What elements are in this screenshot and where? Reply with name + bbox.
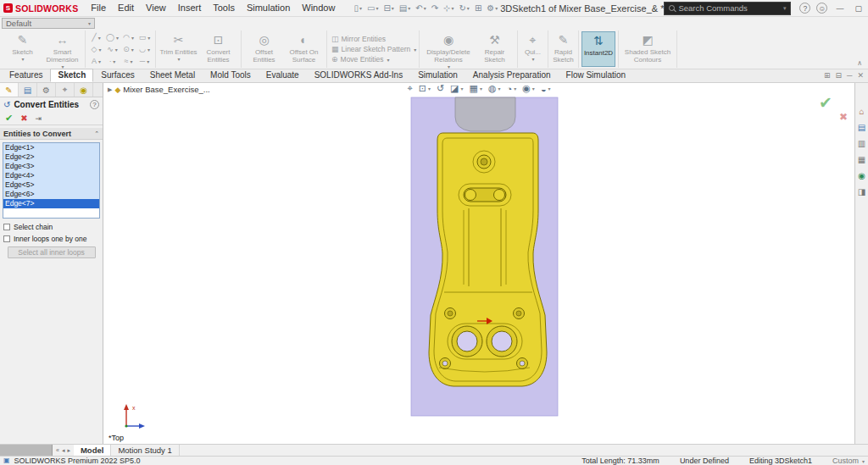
shaded-sketch-contours-button[interactable]: ◩Shaded Sketch Contours — [621, 31, 674, 67]
close-pane-icon[interactable]: ✕ — [857, 71, 864, 80]
slot-hole-left[interactable] — [465, 190, 476, 201]
spline-button[interactable]: ∿▾ — [104, 43, 120, 55]
configuration-dropdown[interactable]: Default ▾ — [2, 18, 95, 29]
new-document-button[interactable]: ▯▾ — [351, 3, 364, 13]
tab-analysis-preparation[interactable]: Analysis Preparation — [465, 69, 559, 82]
minimize-window-button[interactable]: — — [833, 4, 846, 13]
solidworks-resources-button[interactable]: ⌂ — [859, 107, 864, 116]
entity-list-item[interactable]: Edge<1> — [3, 143, 99, 152]
move-entities-button[interactable]: ⊕Move Entities▾ — [330, 55, 416, 64]
select-chain-checkbox[interactable] — [3, 224, 10, 230]
confirm-ok-button[interactable]: ✔ — [819, 93, 832, 113]
scroll-tabs-left-icon[interactable]: ◂ — [62, 447, 65, 454]
menu-view[interactable]: View — [140, 0, 172, 16]
bottom-hole-left-inner[interactable] — [442, 361, 448, 366]
offset-on-surface-button[interactable]: ◐Offset On Surface — [284, 31, 324, 67]
entity-list-item[interactable]: Edge<2> — [3, 152, 99, 162]
zoom-to-fit-button[interactable]: ⌖ — [407, 83, 412, 94]
tab-solidworks-add-ins[interactable]: SOLIDWORKS Add-Ins — [307, 69, 410, 82]
menu-tools[interactable]: Tools — [207, 0, 241, 16]
tab-sheet-metal[interactable]: Sheet Metal — [142, 69, 203, 82]
restore-window-button[interactable]: ▢ — [852, 4, 865, 13]
mid-hole-left-inner[interactable] — [448, 311, 453, 316]
edit-appearance-button[interactable]: ◉▾ — [522, 83, 535, 94]
large-hole-right[interactable] — [492, 331, 512, 352]
linear-sketch-pattern-button[interactable]: ▦Linear Sketch Pattern▾ — [330, 45, 416, 53]
entity-list-item[interactable]: Edge<7> — [3, 199, 99, 208]
view-palette-button[interactable]: ▦ — [858, 155, 865, 164]
tab-motion-study-1[interactable]: Motion Study 1 — [111, 445, 179, 456]
menu-edit[interactable]: Edit — [112, 0, 140, 16]
entity-list-item[interactable]: Edge<3> — [3, 162, 99, 171]
entity-list-item[interactable]: Edge<4> — [3, 171, 99, 180]
search-caret-icon[interactable]: ▾ — [783, 5, 787, 12]
slot-hole-right[interactable] — [494, 190, 505, 201]
display-style-button[interactable]: ◍▾ — [488, 83, 501, 94]
expand-pane-icon[interactable]: ⊞ — [824, 71, 831, 80]
search-commands-box[interactable]: Search Commands ▾ — [664, 2, 791, 15]
rapid-sketch-button[interactable]: ✎Rapid Sketch — [551, 31, 576, 67]
centerline-button[interactable]: ≈▾ — [120, 55, 136, 67]
top-hole-inner[interactable] — [481, 158, 487, 165]
menu-window[interactable]: Window — [296, 0, 341, 16]
zoom-to-area-button[interactable]: ⊡▾ — [419, 83, 431, 94]
construction-geometry-button[interactable]: ─▾ — [136, 55, 153, 67]
ribbon-collapse-icon[interactable]: ∧ — [857, 59, 862, 67]
breadcrumb-caret-icon[interactable]: ▶ — [108, 86, 112, 93]
hide-show-items-button[interactable]: ◔▾ — [507, 84, 517, 94]
pin-icon[interactable]: ⇥ — [36, 114, 42, 123]
user-account-icon[interactable]: ☺ — [816, 3, 827, 14]
collapse-pane-icon[interactable]: ⊟ — [836, 71, 843, 80]
confirm-cancel-button[interactable]: ✖ — [839, 111, 848, 123]
line-button[interactable]: ╱▾ — [88, 31, 104, 43]
bottom-hole-right-inner[interactable] — [520, 361, 525, 366]
corner-rectangle-button[interactable]: ▭▾ — [136, 31, 153, 43]
arc-button[interactable]: ◠▾ — [120, 31, 136, 43]
horizontal-splitter[interactable] — [0, 445, 53, 456]
design-library-button[interactable]: ▤ — [858, 123, 865, 132]
section-view-button[interactable]: ◪▾ — [450, 83, 463, 94]
menu-insert[interactable]: Insert — [172, 0, 208, 16]
graphics-area[interactable] — [103, 83, 854, 444]
repair-sketch-button[interactable]: ⚒Repair Sketch — [475, 31, 515, 67]
mixer-column[interactable] — [455, 97, 515, 131]
instant2d-button[interactable]: ⇅Instant2D — [581, 31, 615, 67]
rebuild-button[interactable]: ↻▾ — [456, 3, 471, 13]
point-button[interactable]: ∙▾ — [104, 55, 120, 67]
tab-flow-simulation[interactable]: Flow Simulation — [559, 69, 634, 82]
convert-entities-button[interactable]: ⊡Convert Entities — [198, 31, 238, 67]
offset-entities-button[interactable]: ◎Offset Entities — [244, 31, 284, 67]
scroll-tabs-start-icon[interactable]: « — [56, 447, 59, 453]
entities-listbox[interactable]: Edge<1>Edge<2>Edge<3>Edge<4>Edge<5>Edge<… — [3, 142, 100, 219]
graphics-viewport[interactable]: ▶ ◆ Mixer Base_Exercise_... ⌖⊡▾↺◪▾▦▾◍▾◔▾… — [103, 83, 854, 444]
large-hole-left[interactable] — [457, 331, 477, 352]
custom-properties-button[interactable]: ◨ — [858, 187, 865, 197]
entity-list-item[interactable]: Edge<6> — [3, 190, 99, 199]
propertymanager-tab[interactable]: ▤ — [19, 83, 37, 97]
ok-button[interactable]: ✔ — [5, 113, 13, 124]
circle-button[interactable]: ◯▾ — [104, 31, 120, 43]
mid-hole-right-inner[interactable] — [516, 311, 521, 316]
appearances-scenes-button[interactable]: ◉ — [858, 171, 865, 180]
file-properties-button[interactable]: ⊞ — [472, 3, 484, 13]
options-button[interactable]: ⚙▾ — [484, 3, 500, 13]
redo-button[interactable]: ↷ — [429, 3, 441, 13]
sketch-fillet-button[interactable]: ◡▾ — [136, 43, 153, 55]
tab-sketch[interactable]: Sketch — [50, 69, 93, 82]
help-icon[interactable]: ? — [90, 100, 99, 109]
entity-list-item[interactable]: Edge<5> — [3, 180, 99, 190]
undo-button[interactable]: ↶▾ — [413, 3, 428, 13]
tab-surfaces[interactable]: Surfaces — [93, 69, 142, 82]
text-button[interactable]: A▾ — [88, 55, 104, 67]
file-explorer-button[interactable]: ▥ — [858, 139, 865, 148]
minimize-pane-icon[interactable]: ─ — [847, 71, 852, 80]
mirror-entities-button[interactable]: ◫Mirror Entities — [330, 35, 416, 43]
featuremanager-tab[interactable]: ✎ — [0, 83, 19, 97]
dimxpertmanager-tab[interactable]: ⌖ — [56, 83, 75, 97]
trim-entities-button[interactable]: ✂Trim Entities▾ — [159, 31, 198, 67]
quick-snaps-button[interactable]: ⌖Qui...▾ — [520, 31, 545, 67]
previous-view-button[interactable]: ↺ — [437, 83, 444, 94]
select-button[interactable]: ⊹▾ — [441, 3, 456, 13]
menu-file[interactable]: File — [85, 0, 112, 16]
menu-simulation[interactable]: Simulation — [241, 0, 296, 16]
